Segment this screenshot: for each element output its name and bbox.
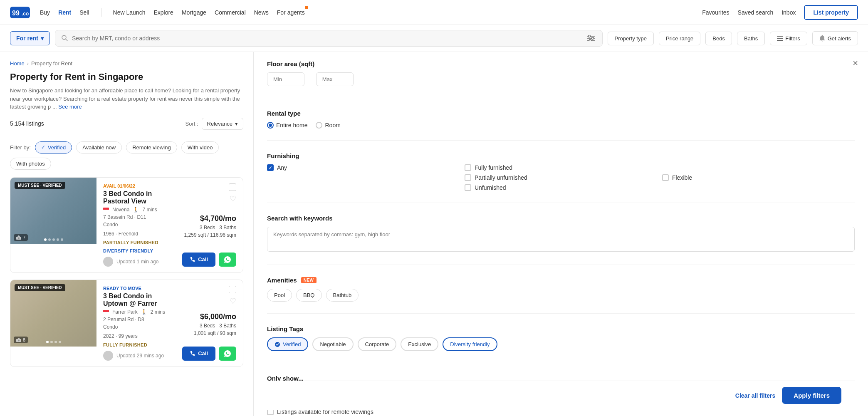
filter-icon-button[interactable] <box>586 34 596 43</box>
section-divider <box>267 265 855 265</box>
breadcrumb-separator: › <box>27 60 29 67</box>
whatsapp-button[interactable] <box>219 347 236 361</box>
listing-title[interactable]: 3 Bed Condo in Pastoral View <box>103 190 166 205</box>
nav-commercial[interactable]: Commercial <box>215 7 246 17</box>
agent-updated: Updated 29 mins ago <box>116 353 164 359</box>
nav-buy[interactable]: Buy <box>40 7 50 17</box>
tag-diversity-friendly[interactable]: Diversity friendly <box>443 337 497 351</box>
get-alerts-button[interactable]: Get alerts <box>812 31 858 45</box>
filter-pill-with-video[interactable]: With video <box>181 141 219 154</box>
tag-corporate[interactable]: Corporate <box>358 337 397 351</box>
furnishing-any[interactable]: ✓ Any <box>267 164 460 171</box>
furnishing-fully[interactable]: Fully furnished <box>465 164 657 171</box>
beds-tab[interactable]: Beds <box>705 32 732 45</box>
rental-type-row: Entire home Room <box>267 122 855 129</box>
amenities-title: Amenities <box>267 277 297 284</box>
keywords-input[interactable] <box>267 227 855 252</box>
sqft: 1,259 sqft / 116.96 sqm <box>184 232 236 238</box>
tag-verified[interactable]: Verified <box>267 337 308 351</box>
filter-pill-available-now[interactable]: Available now <box>76 141 122 154</box>
clear-all-button[interactable]: Clear all filters <box>735 392 776 399</box>
call-button[interactable]: Call <box>182 347 215 361</box>
search-input[interactable] <box>72 35 581 42</box>
filter-pill-with-photos[interactable]: With photos <box>10 158 51 170</box>
nav-mortgage[interactable]: Mortgage <box>182 7 206 17</box>
sort-select[interactable]: Relevance ▾ <box>202 118 243 130</box>
keywords-title: Search with keywords <box>267 215 855 222</box>
amenity-bathtub[interactable]: Bathtub <box>326 289 359 302</box>
dot <box>59 341 61 343</box>
agents-badge <box>305 6 308 9</box>
nav-news[interactable]: News <box>254 7 269 17</box>
see-more-link[interactable]: See more <box>58 104 82 110</box>
listing-year: 1986 · Freehold <box>103 231 166 237</box>
whatsapp-button[interactable] <box>219 253 236 267</box>
get-alerts-label: Get alerts <box>828 35 851 42</box>
svg-point-8 <box>588 35 590 37</box>
page-description: New to Singapore and looking for an affo… <box>10 87 243 111</box>
filter-pill-remote-viewing[interactable]: Remote viewing <box>126 141 177 154</box>
filter-pill-verified[interactable]: ✓ Verified <box>35 141 72 154</box>
nav-rent[interactable]: Rent <box>58 7 71 17</box>
furnishing-flexible[interactable]: Flexible <box>662 174 855 181</box>
nav-favourites[interactable]: Favourites <box>702 9 729 16</box>
listing-tags-filter: Verified Negotiable Corporate Exclusive … <box>267 337 855 351</box>
furnishing-unfurnished-label: Unfurnished <box>475 184 506 191</box>
price-range-tab[interactable]: Price range <box>659 32 700 45</box>
listing-checkbox[interactable] <box>229 183 236 191</box>
dot <box>61 238 63 241</box>
apply-filters-button[interactable]: Apply filters <box>782 387 841 404</box>
svg-point-18 <box>18 339 20 341</box>
filters-tab[interactable]: Filters <box>770 32 807 45</box>
call-button[interactable]: Call <box>182 253 215 267</box>
floor-max-input[interactable] <box>316 72 354 86</box>
furnishing-unfurnished[interactable]: Unfurnished <box>465 184 657 191</box>
rental-room-label: Room <box>325 122 340 129</box>
sort-value: Relevance <box>207 121 232 127</box>
close-button[interactable]: × <box>853 59 858 68</box>
section-divider <box>267 140 855 141</box>
listing-location: Novena 🚶 7 mins <box>103 207 166 213</box>
listing-card-inner: 7 AVAIL 01/06/22 3 Bed Condo in Pastoral… <box>10 178 243 272</box>
tag-fully-furnished: FULLY FURNISHED <box>103 342 147 347</box>
floor-min-input[interactable] <box>267 72 304 86</box>
listings-count: 5,154 listings <box>10 120 44 127</box>
rental-entire-home[interactable]: Entire home <box>267 122 307 129</box>
listing-card: MUST SEE · VERIFIED 8 <box>10 280 243 367</box>
listing-checkbox[interactable] <box>229 286 236 293</box>
heart-icon[interactable]: ♡ <box>230 194 236 203</box>
nav-sell[interactable]: Sell <box>79 7 89 17</box>
tag-exclusive[interactable]: Exclusive <box>401 337 438 351</box>
amenity-bbq[interactable]: BBQ <box>296 289 321 302</box>
main-layout: Home › Property for Rent Property for Re… <box>0 52 868 416</box>
rental-room[interactable]: Room <box>316 122 340 129</box>
sort-chevron-icon: ▾ <box>235 121 238 127</box>
nav-new-launch[interactable]: New Launch <box>113 7 146 17</box>
checkbox-fully <box>465 164 471 171</box>
breadcrumb-current: Property for Rent <box>31 60 72 67</box>
amenity-pool[interactable]: Pool <box>267 289 292 302</box>
price-info: $4,700/mo 3 Beds 3 Baths 1,259 sqft / 11… <box>184 214 236 238</box>
furnishing-any-label: Any <box>277 164 287 171</box>
photo-count-number: 7 <box>23 235 25 240</box>
nav-inbox[interactable]: Inbox <box>781 9 796 16</box>
property-type-tab[interactable]: Property type <box>608 32 654 45</box>
svg-marker-16 <box>17 235 20 237</box>
listing-info: READY TO MOVE 3 Bed Condo in Uptown @ Fa… <box>96 280 172 366</box>
list-property-button[interactable]: List property <box>804 5 858 20</box>
nav-for-agents[interactable]: For agents <box>277 7 305 17</box>
nav-saved-search[interactable]: Saved search <box>738 9 774 16</box>
price-info: $6,000/mo 3 Beds 3 Baths 1,001 sqft / 93… <box>194 312 236 336</box>
location-name: Novena <box>112 207 129 213</box>
nav-explore[interactable]: Explore <box>153 7 173 17</box>
furnishing-partial[interactable]: Partially unfurnished <box>465 174 657 181</box>
baths-tab[interactable]: Baths <box>737 32 765 45</box>
breadcrumb-home[interactable]: Home <box>10 60 25 67</box>
for-rent-dropdown[interactable]: For rent ▾ <box>10 31 50 45</box>
tag-negotiable[interactable]: Negotiable <box>312 337 353 351</box>
listing-title[interactable]: 3 Bed Condo in Uptown @ Farrer <box>103 292 166 307</box>
search-icon <box>61 35 68 42</box>
listing-price-col: ♡ $6,000/mo 3 Beds 3 Baths 1,001 sqft / … <box>172 280 243 366</box>
heart-icon[interactable]: ♡ <box>230 297 236 306</box>
logo[interactable]: 99 .co <box>10 6 30 19</box>
